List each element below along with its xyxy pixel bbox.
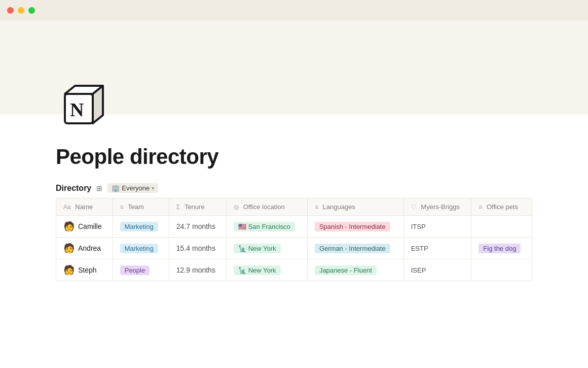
name-text-0: Camille bbox=[78, 222, 102, 230]
col-myers[interactable]: ♡ Myers-Briggs bbox=[403, 198, 471, 216]
minimize-button[interactable] bbox=[18, 7, 24, 14]
notion-logo: N bbox=[56, 79, 106, 129]
col-office-icon: ◎ bbox=[234, 204, 239, 211]
myers-value-2: ISEP bbox=[411, 266, 426, 274]
filter-emoji: 🏢 bbox=[112, 184, 120, 192]
cell-name-0: 🧑 Camille bbox=[56, 216, 113, 238]
language-tag-0: Spanish - Intermediate bbox=[315, 222, 390, 231]
avatar-1: 🧑 bbox=[63, 243, 75, 254]
svg-text:N: N bbox=[70, 99, 84, 120]
avatar-0: 🧑 bbox=[63, 221, 75, 232]
cell-team-1: Marketing bbox=[113, 238, 169, 259]
team-tag-1: Marketing bbox=[120, 244, 158, 253]
cell-tenure-0: 24.7 months bbox=[169, 216, 226, 238]
cell-name-1: 🧑 Andrea bbox=[56, 238, 113, 259]
table-row[interactable]: 🧑 Andrea Marketing 15.4 months 🗽 New Yor… bbox=[56, 238, 532, 259]
team-tag-2: People bbox=[120, 265, 150, 275]
cell-team-2: People bbox=[113, 259, 169, 281]
cell-language-2: Japanese - Fluent bbox=[307, 259, 403, 281]
tenure-value-0: 24.7 months bbox=[176, 222, 215, 230]
col-myers-icon: ♡ bbox=[411, 204, 417, 211]
cell-team-0: Marketing bbox=[113, 216, 169, 238]
col-name-icon: Aa bbox=[63, 204, 71, 211]
language-tag-1: German - Intermediate bbox=[315, 244, 390, 253]
directory-label: Directory bbox=[56, 184, 91, 193]
name-text-1: Andrea bbox=[78, 244, 101, 252]
tenure-value-1: 15.4 months bbox=[176, 244, 215, 252]
cell-pets-1: Fig the dog bbox=[471, 238, 532, 259]
col-tenure[interactable]: Σ Tenure bbox=[169, 198, 226, 216]
directory-table: Aa Name ≡ Team Σ Tenure ◎ Office locatio… bbox=[56, 198, 532, 281]
table-header-row: Aa Name ≡ Team Σ Tenure ◎ Office locatio… bbox=[56, 198, 532, 216]
col-name[interactable]: Aa Name bbox=[56, 198, 113, 216]
cell-pets-2 bbox=[471, 259, 532, 281]
svg-marker-2 bbox=[93, 86, 103, 123]
cell-tenure-1: 15.4 months bbox=[169, 238, 226, 259]
team-tag-0: Marketing bbox=[120, 222, 158, 231]
col-pets-icon: ≡ bbox=[479, 204, 482, 211]
cell-tenure-2: 12.9 months bbox=[169, 259, 226, 281]
myers-value-0: ITSP bbox=[411, 223, 426, 230]
col-office[interactable]: ◎ Office location bbox=[227, 198, 308, 216]
cell-myers-0: ITSP bbox=[403, 216, 471, 238]
close-button[interactable] bbox=[7, 7, 14, 14]
table-row[interactable]: 🧑 Steph People 12.9 months 🗽 New York Ja… bbox=[56, 259, 532, 281]
cell-name-2: 🧑 Steph bbox=[56, 259, 113, 281]
cell-office-2: 🗽 New York bbox=[227, 259, 308, 281]
table-view-icon[interactable]: ⊞ bbox=[96, 184, 102, 192]
page-content: People directory Directory ⊞ 🏢 Everyone … bbox=[0, 114, 588, 296]
tenure-value-2: 12.9 months bbox=[176, 266, 215, 274]
col-team[interactable]: ≡ Team bbox=[113, 198, 169, 216]
cell-office-0: 🇺🇸 San Francisco bbox=[227, 216, 308, 238]
filter-badge[interactable]: 🏢 Everyone ▾ bbox=[107, 183, 158, 193]
directory-header: Directory ⊞ 🏢 Everyone ▾ bbox=[56, 183, 532, 193]
maximize-button[interactable] bbox=[28, 7, 35, 14]
office-tag-1: 🗽 New York bbox=[234, 244, 281, 253]
cell-office-1: 🗽 New York bbox=[227, 238, 308, 259]
office-tag-0: 🇺🇸 San Francisco bbox=[234, 222, 295, 231]
cell-language-0: Spanish - Intermediate bbox=[307, 216, 403, 238]
filter-label: Everyone bbox=[122, 184, 150, 192]
col-languages[interactable]: ≡ Languages bbox=[307, 198, 403, 216]
cell-language-1: German - Intermediate bbox=[307, 238, 403, 259]
pets-tag-1: Fig the dog bbox=[479, 244, 521, 253]
language-tag-2: Japanese - Fluent bbox=[315, 265, 377, 275]
cell-myers-1: ESTP bbox=[403, 238, 471, 259]
cell-myers-2: ISEP bbox=[403, 259, 471, 281]
col-team-icon: ≡ bbox=[120, 204, 124, 211]
cover-area: N bbox=[0, 20, 588, 114]
avatar-2: 🧑 bbox=[63, 264, 75, 276]
myers-value-1: ESTP bbox=[411, 245, 428, 252]
title-bar bbox=[0, 0, 588, 20]
col-languages-icon: ≡ bbox=[315, 204, 318, 211]
office-tag-2: 🗽 New York bbox=[234, 265, 281, 275]
col-tenure-icon: Σ bbox=[176, 204, 180, 211]
cell-pets-0 bbox=[471, 216, 532, 238]
table-row[interactable]: 🧑 Camille Marketing 24.7 months 🇺🇸 San F… bbox=[56, 216, 532, 238]
name-text-2: Steph bbox=[78, 266, 97, 274]
col-pets[interactable]: ≡ Office pets bbox=[471, 198, 532, 216]
chevron-down-icon: ▾ bbox=[152, 185, 154, 191]
page-title: People directory bbox=[56, 145, 532, 169]
